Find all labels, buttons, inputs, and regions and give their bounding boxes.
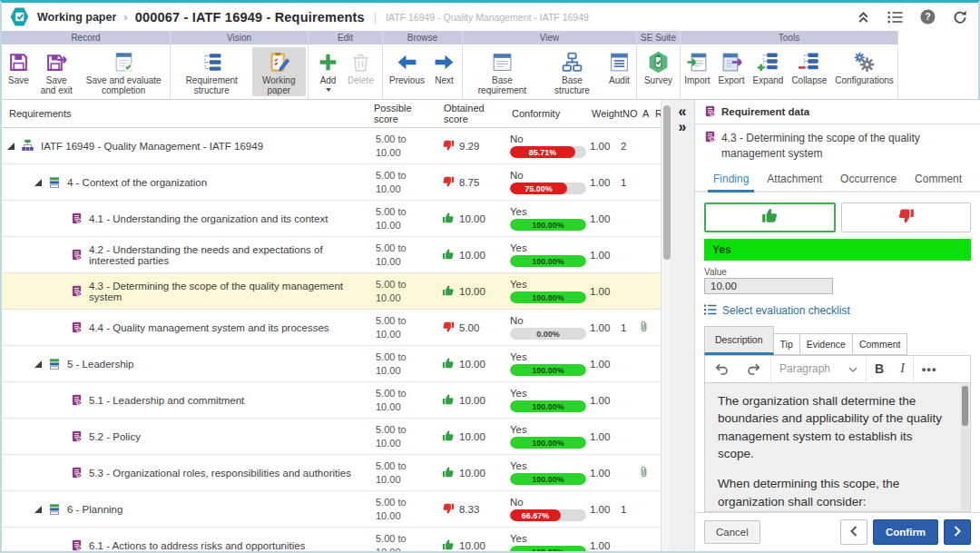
previous-requirement-button[interactable]	[840, 519, 867, 545]
cancel-button[interactable]: Cancel	[704, 520, 760, 544]
editor-tab-description[interactable]: Description	[704, 326, 774, 355]
obtained-score-value: 10.00	[459, 213, 485, 224]
ribbon-button-save-and-evaluate-completion[interactable]: Save and evaluate completion	[79, 47, 168, 96]
editor-tabs: DescriptionTipEvidenceComment	[695, 324, 980, 355]
attachment-cell[interactable]	[637, 320, 650, 335]
editor-tab-evidence[interactable]: Evidence	[799, 333, 853, 355]
table-scrollbar-thumb[interactable]	[663, 105, 671, 260]
table-row[interactable]: 4.1 - Understanding the organization and…	[2, 201, 661, 237]
ribbon-button-expand[interactable]: Expand	[749, 47, 787, 96]
thumbs-down-button[interactable]	[841, 202, 971, 232]
expand-panel-button[interactable]: »	[679, 120, 687, 135]
conformity-cell: Yes100.00%	[506, 206, 586, 231]
possible-score-to: 10.00	[376, 364, 438, 378]
table-row[interactable]: IATF 16949 - Quality Management - IATF 1…	[2, 128, 661, 164]
panel-tab-occurrence[interactable]: Occurrence	[831, 166, 906, 191]
paragraph-style-dropdown[interactable]: Paragraph	[771, 356, 866, 382]
column-header-obtained-score[interactable]: Obtained score	[438, 103, 506, 125]
table-row[interactable]: 4.4 - Quality management system and its …	[2, 310, 661, 346]
ribbon-button-label: Collapse	[791, 75, 827, 85]
thumbs-up-button[interactable]	[704, 202, 836, 232]
table-scrollbar[interactable]	[661, 100, 671, 551]
ribbon-button-next[interactable]: Next	[429, 47, 459, 96]
panel-tab-comment[interactable]: Comment	[906, 166, 971, 191]
ribbon-button-previous[interactable]: Previous	[386, 47, 428, 96]
obtained-score-cell: 10.00	[438, 284, 506, 299]
ribbon-button-label: Survey	[644, 75, 672, 85]
ribbon-button-base-structure[interactable]: Base structure	[541, 47, 603, 96]
collapse-chevrons-icon[interactable]	[857, 10, 870, 24]
list-menu-icon[interactable]	[887, 11, 903, 24]
editor-tab-tip[interactable]: Tip	[773, 333, 800, 355]
conformity-percent: 66.67%	[522, 511, 550, 520]
requirement-cell: 4 - Context of the organization	[2, 176, 368, 189]
undo-button[interactable]	[705, 356, 738, 382]
table-row[interactable]: 6 - Planning5.00 to10.008.33No66.67%1.00…	[2, 491, 661, 528]
sheet-icon	[491, 50, 514, 74]
ribbon-group-view: ViewBase requirementBase structureAudit	[463, 31, 637, 99]
table-row[interactable]: 6.1 - Actions to address risks and oppor…	[2, 528, 661, 551]
editor-scrollbar-thumb[interactable]	[962, 386, 968, 426]
editor-scrollbar[interactable]	[961, 384, 969, 510]
ribbon-button-save-and-exit[interactable]: Save and exit	[34, 47, 78, 96]
ribbon-button-survey[interactable]: Survey	[641, 47, 676, 96]
redo-button[interactable]	[738, 356, 770, 382]
breadcrumb[interactable]: Working paper	[37, 11, 116, 24]
table-row[interactable]: 5.1 - Leadership and commitment5.00 to10…	[2, 382, 661, 419]
panel-tab-attachment[interactable]: Attachment	[758, 166, 831, 191]
ribbon-button-add[interactable]: Add	[313, 47, 343, 96]
description-editor[interactable]: The organization shall determine the bou…	[704, 383, 971, 512]
ribbon-button-requirement-structure[interactable]: Requirement structure	[172, 47, 251, 96]
confirm-button[interactable]: Confirm	[873, 519, 938, 545]
tree-expand-caret-icon[interactable]	[34, 179, 42, 186]
ribbon-button-import[interactable]: Import	[681, 47, 713, 96]
column-header-no[interactable]: NO	[617, 108, 637, 120]
table-row[interactable]: 4.2 - Understanding the needs and expect…	[2, 237, 661, 273]
column-header-possible-score[interactable]: Possible score	[368, 103, 438, 125]
select-evaluation-checklist-link[interactable]: Select evaluation checklist	[704, 304, 971, 318]
bold-button[interactable]: B	[867, 356, 892, 382]
conformity-percent: 100.00%	[532, 366, 564, 375]
ribbon-button-export[interactable]: Export	[715, 47, 749, 96]
refresh-icon[interactable]	[953, 10, 967, 25]
next-requirement-button[interactable]	[944, 519, 971, 545]
tree-expand-caret-icon[interactable]	[7, 143, 15, 150]
ribbon-button-base-requirement[interactable]: Base requirement	[465, 47, 540, 96]
ribbon-group-label: Tools	[681, 31, 897, 44]
table-row[interactable]: 4 - Context of the organization5.00 to10…	[2, 164, 661, 201]
conformity-fill: 100.00%	[510, 473, 586, 485]
page-subtitle: IATF 16949 - Quality Management - IATF 1…	[386, 12, 589, 23]
ribbon-button-configurations[interactable]: Configurations	[831, 47, 897, 96]
tree-expand-caret-icon[interactable]	[34, 360, 42, 368]
panel-tab-finding[interactable]: Finding	[704, 166, 758, 191]
table-row[interactable]: 5.3 - Organizational roles, responsibili…	[2, 455, 661, 491]
table-row[interactable]: 4.3 - Determining the scope of the quali…	[2, 273, 661, 310]
column-header-requirements[interactable]: Requirements	[2, 108, 368, 120]
column-header-conformity[interactable]: Conformity	[506, 108, 586, 120]
possible-score-cell: 5.00 to10.00	[368, 314, 438, 341]
ribbon-button-collapse[interactable]: Collapse	[788, 47, 830, 96]
possible-score-cell: 5.00 to10.00	[368, 423, 438, 450]
ribbon-button-working-paper[interactable]: Working paper	[252, 47, 306, 96]
conformity-progress-pill: 75.00%	[510, 183, 586, 194]
orgchart-icon	[561, 50, 583, 74]
obtained-score-value: 8.75	[459, 177, 479, 188]
help-icon[interactable]: ?	[920, 9, 936, 25]
ribbon-button-save[interactable]: Save	[4, 47, 34, 96]
more-tools-button[interactable]: •••	[914, 356, 946, 382]
editor-tab-comment[interactable]: Comment	[852, 333, 908, 355]
application-window: Working paper › 000067 - IATF 16949 - Re…	[0, 0, 980, 553]
column-header-r[interactable]: R	[650, 108, 661, 120]
table-row[interactable]: 5 - Leadership5.00 to10.0010.00Yes100.00…	[2, 346, 661, 382]
italic-button[interactable]: I	[892, 356, 913, 382]
table-row[interactable]: 5.2 - Policy5.00 to10.0010.00Yes100.00%1…	[2, 419, 661, 455]
collapse-panel-button[interactable]: «	[679, 104, 687, 120]
tree-expand-caret-icon[interactable]	[34, 506, 42, 513]
value-input[interactable]	[704, 278, 833, 294]
requirement-doc-icon	[704, 105, 716, 119]
column-header-a[interactable]: A	[637, 108, 650, 120]
ribbon-button-audit[interactable]: Audit	[604, 47, 634, 96]
attachment-cell[interactable]	[637, 465, 650, 480]
nonconformity-count-cell: 1	[617, 322, 637, 333]
column-header-weight[interactable]: Weight	[586, 108, 617, 120]
